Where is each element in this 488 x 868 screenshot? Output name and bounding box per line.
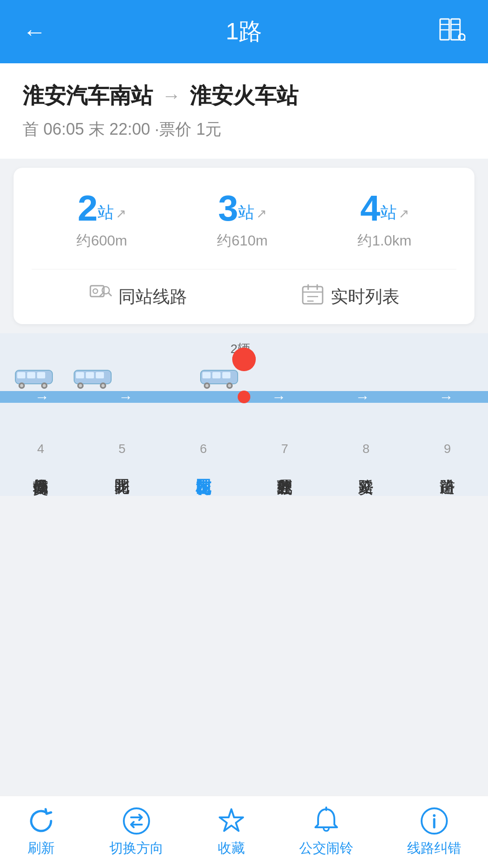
nav-alarm[interactable]: 公交闹铃 <box>299 807 353 858</box>
stop-item-5[interactable]: 5明光花园 <box>81 442 163 469</box>
stats-row: 2站↗ 约600m 3站↗ 约610m 4站↗ 约1.0km <box>32 190 456 251</box>
action-row: 同站线路 实时列表 <box>32 283 456 311</box>
back-button[interactable]: ← <box>23 18 46 45</box>
svg-point-42 <box>206 384 209 387</box>
route-info: 淮安汽车南站 → 淮安火车站 首 06:05 末 22:00 ·票价 1元 <box>0 63 488 159</box>
stop-number: 9 <box>411 442 483 456</box>
bell-icon <box>312 807 341 835</box>
stat-sub-2: 约600m <box>76 231 127 251</box>
route-from: 淮安汽车南站 <box>23 81 153 110</box>
pin-icon <box>230 347 258 378</box>
stop-item-9[interactable]: 9前进路 <box>407 442 488 469</box>
star-icon <box>217 807 246 835</box>
stat-sub-3: 约610m <box>217 231 267 251</box>
nav-refresh-label: 刷新 <box>28 839 55 858</box>
stat-number-3: 3站↗ <box>217 190 267 226</box>
svg-point-44 <box>228 384 231 387</box>
stop-number: 6 <box>167 442 239 456</box>
stop-number: 7 <box>249 442 321 456</box>
nav-report[interactable]: 线路纠错 <box>407 807 461 858</box>
image-search-icon <box>89 283 112 311</box>
track-line: → → → → → <box>0 391 488 403</box>
svg-rect-38 <box>202 372 211 378</box>
svg-rect-32 <box>96 372 104 378</box>
stats-card: 2站↗ 约600m 3站↗ 约610m 4站↗ 约1.0km <box>14 168 474 324</box>
price: ·票价 1元 <box>155 120 221 138</box>
track-dot <box>238 391 250 403</box>
stat-sub-4: 约1.0km <box>357 231 411 251</box>
switch-icon <box>122 807 151 835</box>
route-direction: 淮安汽车南站 → 淮安火车站 <box>23 81 465 110</box>
stat-number-4: 4站↗ <box>357 190 411 226</box>
stop-item-4[interactable]: 4公交城南停保场 <box>0 442 81 469</box>
svg-line-12 <box>108 293 111 296</box>
svg-marker-46 <box>220 809 243 831</box>
map-search-icon[interactable] <box>438 18 465 46</box>
stop-number: 8 <box>330 442 402 456</box>
stat-2-stops[interactable]: 2站↗ 约600m <box>76 190 127 251</box>
svg-line-7 <box>464 39 465 41</box>
stop-number: 4 <box>5 442 77 456</box>
svg-point-26 <box>20 384 23 387</box>
refresh-icon <box>27 807 56 835</box>
last-bus: 末 22:00 <box>89 120 150 138</box>
calendar-icon <box>301 283 324 311</box>
stop-item-7[interactable]: 7苏北航务管理处 <box>244 442 325 469</box>
bus-vehicle-1 <box>14 368 54 391</box>
stat-3-stops[interactable]: 3站↗ 约610m <box>217 190 267 251</box>
nav-favorite[interactable]: 收藏 <box>217 807 246 858</box>
route-meta: 首 06:05 末 22:00 ·票价 1元 <box>23 118 465 141</box>
stop-item-6[interactable]: 6柯山花园 <box>163 442 244 469</box>
bus-track: 2辆 → → → → → <box>0 333 488 433</box>
stops-list: 4公交城南停保场5明光花园6柯山花园7苏北航务管理处8延安路9前进路 <box>0 433 488 496</box>
nav-refresh[interactable]: 刷新 <box>27 807 56 858</box>
svg-point-9 <box>93 289 98 293</box>
svg-point-28 <box>43 384 46 387</box>
same-stop-routes-button[interactable]: 同站线路 <box>89 283 187 311</box>
svg-rect-30 <box>76 372 84 378</box>
bottom-nav: 刷新 切换方向 收藏 公交闹铃 线路纠错 <box>0 796 488 868</box>
svg-rect-24 <box>37 372 45 378</box>
realtime-list-button[interactable]: 实时列表 <box>301 283 399 311</box>
stop-number: 5 <box>86 442 158 456</box>
same-stop-routes-label: 同站线路 <box>118 285 187 308</box>
header: ← 1路 <box>0 0 488 63</box>
svg-point-34 <box>79 384 82 387</box>
stop-item-8[interactable]: 8延安路 <box>325 442 407 469</box>
svg-point-45 <box>124 808 149 834</box>
svg-rect-31 <box>86 372 94 378</box>
nav-alarm-label: 公交闹铃 <box>299 839 353 858</box>
svg-point-36 <box>102 384 105 387</box>
route-to: 淮安火车站 <box>190 81 298 110</box>
svg-rect-40 <box>222 372 230 378</box>
nav-switch-label: 切换方向 <box>109 839 164 858</box>
page-title: 1路 <box>226 16 263 47</box>
nav-report-label: 线路纠错 <box>407 839 461 858</box>
bus-vehicle-2 <box>72 368 113 391</box>
first-bus: 首 06:05 <box>23 120 84 138</box>
info-icon <box>420 807 449 835</box>
stat-number-2: 2站↗ <box>76 190 127 226</box>
svg-rect-23 <box>27 372 35 378</box>
realtime-list-label: 实时列表 <box>331 285 399 308</box>
nav-switch[interactable]: 切换方向 <box>109 807 164 858</box>
stat-4-stops[interactable]: 4站↗ 约1.0km <box>357 190 411 251</box>
svg-point-50 <box>433 814 436 817</box>
current-stop-pin <box>230 347 258 378</box>
svg-rect-39 <box>212 372 221 378</box>
route-arrow: → <box>162 85 181 107</box>
svg-rect-22 <box>17 372 25 378</box>
nav-favorite-label: 收藏 <box>218 839 245 858</box>
